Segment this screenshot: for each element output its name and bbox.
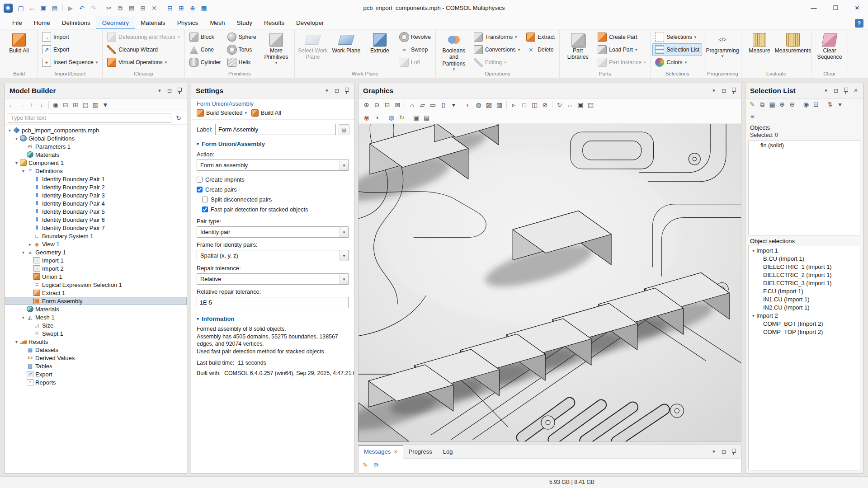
tree-item[interactable]: Materials bbox=[5, 150, 187, 159]
tree-item[interactable]: Union 1 bbox=[5, 272, 187, 281]
message-copy-button[interactable]: ⧉ bbox=[371, 460, 381, 470]
pin-panel-button[interactable] bbox=[729, 447, 738, 456]
programming-button[interactable]: </>Programming▾ bbox=[706, 31, 739, 69]
tree-item[interactable]: Logical Expression Selection 1 bbox=[5, 281, 187, 289]
create-pairs-checkbox-input[interactable] bbox=[197, 187, 203, 192]
environment-button[interactable]: ◍ bbox=[386, 112, 396, 122]
pin-panel-button[interactable] bbox=[841, 86, 850, 95]
maximize-button[interactable]: ☐ bbox=[825, 0, 846, 16]
redo-button[interactable]: ↷ bbox=[88, 3, 99, 14]
tree-item[interactable]: Identity Boundary Pair 4 bbox=[5, 199, 187, 207]
conversions-button[interactable]: Conversions▾ bbox=[471, 43, 523, 56]
copy-button[interactable]: ⧉ bbox=[115, 3, 126, 14]
information-section-header[interactable]: Information bbox=[197, 315, 349, 322]
create-pairs-checkbox[interactable]: Create pairs bbox=[197, 184, 349, 194]
frame-dropdown[interactable]: Spatial (x, y, z) bbox=[197, 250, 349, 261]
duplicate-button[interactable]: ⊞ bbox=[137, 3, 148, 14]
panel-menu-button[interactable] bbox=[155, 86, 164, 95]
expander-icon[interactable]: ▸ bbox=[27, 242, 33, 247]
move-up-button[interactable]: ↑ bbox=[27, 100, 37, 110]
tree-item[interactable]: ▾Definitions bbox=[5, 167, 187, 175]
import-button[interactable]: →Import bbox=[39, 31, 100, 43]
select-work-plane-button[interactable]: Select Work Plane bbox=[297, 31, 329, 69]
tree-item[interactable]: IN1.CU (Import 1) bbox=[749, 295, 860, 303]
pin-panel-button[interactable] bbox=[342, 86, 351, 95]
tree-item[interactable]: ▸View 1 bbox=[5, 240, 187, 248]
helix-button[interactable]: Helix bbox=[225, 56, 259, 69]
sphere-button[interactable]: Sphere bbox=[225, 31, 259, 43]
cylinder-button[interactable]: Cylinder bbox=[187, 56, 224, 69]
tree-item[interactable]: ▾Component 1 bbox=[5, 159, 187, 167]
add-selection-button[interactable]: ⊕ bbox=[777, 99, 787, 109]
create-imprints-checkbox-input[interactable] bbox=[197, 177, 203, 183]
menu-materials[interactable]: Materials bbox=[135, 16, 171, 29]
tree-item[interactable]: ▾Global Definitions bbox=[5, 134, 187, 142]
zoom-selection-button[interactable]: ⊡ bbox=[811, 99, 821, 109]
tree-item[interactable]: Export bbox=[5, 370, 187, 378]
go-to-yz-view-button[interactable]: ▭ bbox=[428, 99, 438, 110]
window-new-button[interactable]: ⊞ bbox=[176, 3, 187, 14]
relative-repair-tolerance-input[interactable] bbox=[197, 297, 349, 308]
show-button[interactable]: ◉ bbox=[51, 100, 61, 110]
tree-item[interactable]: Parameters 1 bbox=[5, 142, 187, 150]
tree-item[interactable]: ▾Mesh 1 bbox=[5, 313, 187, 321]
rotate-view-button[interactable]: ↻ bbox=[554, 99, 565, 110]
split-disconnected-pairs-checkbox-input[interactable] bbox=[202, 197, 208, 202]
sort-selections-button[interactable]: ⇅ bbox=[825, 99, 835, 109]
tab-progress[interactable]: Progress bbox=[403, 445, 438, 459]
extract-button[interactable]: Extract bbox=[524, 31, 557, 43]
menu-developer[interactable]: Developer bbox=[290, 16, 330, 29]
save-file-button[interactable]: ▣ bbox=[38, 3, 49, 14]
panel-menu-button[interactable] bbox=[821, 86, 830, 95]
select-box-button[interactable]: □ bbox=[519, 99, 529, 110]
zoom-out-button[interactable]: ⊖ bbox=[372, 99, 382, 110]
update-view-button[interactable]: ↻ bbox=[396, 112, 407, 122]
virtual-operations-button[interactable]: Virtual Operations▾ bbox=[104, 56, 183, 69]
settings-subtitle[interactable]: Form Union/Assembly bbox=[191, 99, 354, 108]
block-button[interactable]: Block bbox=[187, 31, 224, 43]
tree-item[interactable]: Identity Boundary Pair 2 bbox=[5, 183, 187, 191]
panel-menu-button[interactable] bbox=[709, 447, 718, 456]
extrude-button[interactable]: Extrude bbox=[363, 31, 396, 69]
create-imprints-checkbox[interactable]: Create imprints bbox=[197, 174, 349, 184]
zoom-in-button[interactable]: ⊕ bbox=[361, 99, 372, 110]
revolve-button[interactable]: Revolve bbox=[397, 31, 434, 43]
selections-button[interactable]: Selections▾ bbox=[652, 31, 702, 43]
view-options-button[interactable]: ▾ bbox=[835, 99, 845, 109]
tree-item[interactable]: ▾pcb_import_components.mph bbox=[5, 126, 187, 134]
go-to-default-view-button[interactable]: ⌂ bbox=[407, 99, 417, 110]
tree-item[interactable]: Tables bbox=[5, 362, 187, 370]
menu-file[interactable]: File bbox=[6, 16, 28, 29]
tree-item[interactable]: COMP_BOT (Import 2) bbox=[749, 319, 860, 328]
edit-selection-button[interactable]: ✎ bbox=[747, 99, 757, 109]
expander-icon[interactable]: ▾ bbox=[14, 160, 19, 165]
group-nodes-button[interactable]: ▤ bbox=[80, 100, 90, 110]
new-file-button[interactable]: ▢ bbox=[15, 3, 26, 14]
remove-selection-button[interactable]: ⊖ bbox=[787, 99, 797, 109]
wireframe-button[interactable]: ▦ bbox=[494, 99, 505, 110]
repair-tolerance-dropdown[interactable]: Relative bbox=[197, 273, 349, 285]
build-all-button[interactable]: Build All bbox=[3, 31, 35, 69]
panel-menu-button[interactable] bbox=[709, 86, 718, 95]
image-snapshot-button[interactable]: ▣ bbox=[575, 99, 585, 110]
menu-study[interactable]: Study bbox=[231, 16, 258, 29]
create-part-button[interactable]: Create Part bbox=[595, 31, 648, 43]
insert-sequence-button[interactable]: +Insert Sequence▾ bbox=[39, 56, 100, 69]
cleanup-wizard-button[interactable]: Cleanup Wizard bbox=[104, 43, 183, 56]
pair-type-dropdown[interactable]: Identity pair bbox=[197, 226, 349, 238]
expander-icon[interactable]: ▾ bbox=[750, 248, 756, 253]
tree-item[interactable]: DIELECTRIC_1 (Import 1) bbox=[749, 263, 860, 271]
minimize-button[interactable]: — bbox=[803, 0, 825, 16]
zoom-to-selection-button[interactable]: ⊠ bbox=[392, 99, 403, 110]
tree-item[interactable]: Reports bbox=[5, 378, 187, 386]
menu-home[interactable]: Home bbox=[28, 16, 56, 29]
tree-item[interactable]: ▾Import 2 bbox=[749, 311, 860, 319]
menu-geometry[interactable]: Geometry bbox=[96, 16, 135, 29]
menu-definitions[interactable]: Definitions bbox=[56, 16, 96, 29]
pin-panel-button[interactable] bbox=[729, 86, 738, 95]
delete-button[interactable]: ✕Delete bbox=[524, 43, 557, 56]
action-dropdown[interactable]: Form an assembly bbox=[197, 160, 349, 171]
float-panel-button[interactable] bbox=[719, 86, 728, 95]
undo-button[interactable]: ↶ bbox=[76, 3, 87, 14]
selection-list-button[interactable]: Selection List bbox=[652, 43, 702, 56]
